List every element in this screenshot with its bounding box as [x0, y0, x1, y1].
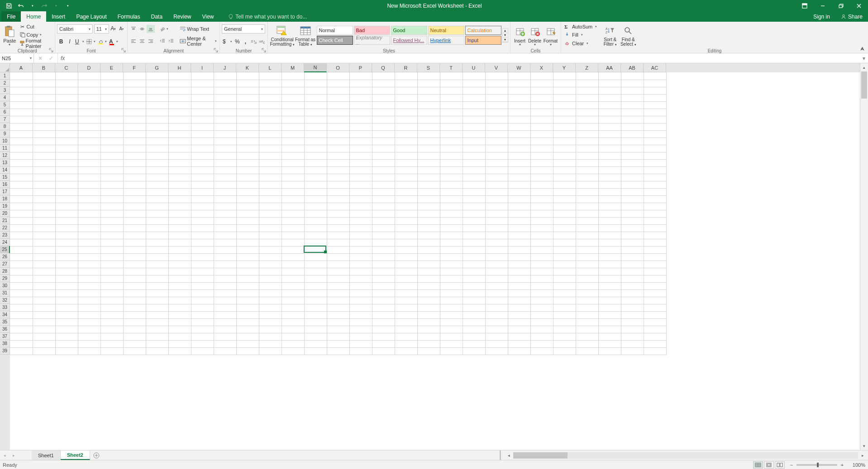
vertical-scroll-thumb[interactable]: [861, 71, 867, 99]
right-align-button[interactable]: [147, 37, 155, 45]
cell[interactable]: [259, 253, 281, 261]
cell[interactable]: [485, 87, 508, 94]
cell[interactable]: [304, 239, 327, 246]
row-header-19[interactable]: 19: [0, 203, 10, 210]
cell[interactable]: [191, 203, 214, 210]
cell[interactable]: [327, 137, 349, 145]
cell[interactable]: [55, 261, 78, 268]
cell[interactable]: [146, 347, 168, 355]
column-header-N[interactable]: N: [304, 63, 327, 72]
cell[interactable]: [214, 253, 236, 261]
cell[interactable]: [395, 333, 417, 340]
cell[interactable]: [55, 137, 78, 145]
cell[interactable]: [598, 72, 621, 80]
cell[interactable]: [485, 109, 508, 116]
style-hyperlink[interactable]: Hyperlink: [428, 36, 464, 45]
cell[interactable]: [327, 123, 349, 130]
cell[interactable]: [191, 289, 214, 297]
cell[interactable]: [33, 347, 55, 355]
cell[interactable]: [168, 232, 191, 239]
cell[interactable]: [417, 333, 440, 340]
cell[interactable]: [281, 203, 304, 210]
cell[interactable]: [191, 210, 214, 217]
cell[interactable]: [621, 311, 644, 318]
cell[interactable]: [372, 72, 395, 80]
cell[interactable]: [598, 137, 621, 145]
cell[interactable]: [168, 289, 191, 297]
cell[interactable]: [55, 130, 78, 137]
cell[interactable]: [417, 152, 440, 159]
cell[interactable]: [10, 232, 33, 239]
select-all-button[interactable]: [0, 63, 10, 72]
cell[interactable]: [55, 318, 78, 326]
cell[interactable]: [349, 224, 372, 232]
cell[interactable]: [123, 340, 146, 347]
cell[interactable]: [508, 275, 530, 282]
cell[interactable]: [78, 340, 100, 347]
cut-button[interactable]: ✂Cut: [19, 23, 53, 31]
cell[interactable]: [281, 268, 304, 275]
cell[interactable]: [485, 166, 508, 174]
cell[interactable]: [327, 130, 349, 137]
cell[interactable]: [55, 311, 78, 318]
row-header-14[interactable]: 14: [0, 166, 10, 174]
row-header-12[interactable]: 12: [0, 152, 10, 159]
cell[interactable]: [576, 210, 598, 217]
expand-formula-bar-button[interactable]: ▾: [860, 53, 868, 63]
cell[interactable]: [553, 326, 576, 333]
cell[interactable]: [123, 224, 146, 232]
cell[interactable]: [440, 181, 463, 188]
cell[interactable]: [259, 72, 281, 80]
cell[interactable]: [598, 181, 621, 188]
cell[interactable]: [349, 340, 372, 347]
row-header-23[interactable]: 23: [0, 232, 10, 239]
cell[interactable]: [146, 94, 168, 101]
gallery-scroll-up[interactable]: ▴: [503, 28, 508, 33]
cell[interactable]: [78, 80, 100, 87]
cell[interactable]: [259, 109, 281, 116]
column-header-K[interactable]: K: [236, 63, 259, 72]
close-button[interactable]: [850, 0, 868, 11]
cell[interactable]: [33, 224, 55, 232]
horizontal-scrollbar[interactable]: ◂ ▸: [503, 450, 868, 460]
cell[interactable]: [100, 123, 123, 130]
cell[interactable]: [55, 80, 78, 87]
cell[interactable]: [304, 166, 327, 174]
cell[interactable]: [644, 137, 666, 145]
cell[interactable]: [281, 166, 304, 174]
cell[interactable]: [214, 340, 236, 347]
cell[interactable]: [598, 195, 621, 203]
minimize-button[interactable]: [814, 0, 832, 11]
cell[interactable]: [372, 123, 395, 130]
cell[interactable]: [485, 318, 508, 326]
cell[interactable]: [621, 224, 644, 232]
cell[interactable]: [463, 166, 485, 174]
cell[interactable]: [508, 246, 530, 253]
cell[interactable]: [304, 203, 327, 210]
cell[interactable]: [33, 195, 55, 203]
cell[interactable]: [191, 145, 214, 152]
cell[interactable]: [644, 174, 666, 181]
cell[interactable]: [327, 72, 349, 80]
tab-home[interactable]: Home: [21, 11, 46, 22]
cell[interactable]: [440, 304, 463, 311]
column-header-Y[interactable]: Y: [553, 63, 576, 72]
cell[interactable]: [417, 195, 440, 203]
cell[interactable]: [349, 188, 372, 195]
cell[interactable]: [281, 188, 304, 195]
cell[interactable]: [236, 253, 259, 261]
cell[interactable]: [281, 109, 304, 116]
cell[interactable]: [598, 116, 621, 123]
cell[interactable]: [191, 166, 214, 174]
cell[interactable]: [553, 275, 576, 282]
cell[interactable]: [168, 80, 191, 87]
top-align-button[interactable]: [129, 25, 138, 33]
cell[interactable]: [395, 347, 417, 355]
cell[interactable]: [10, 152, 33, 159]
cell[interactable]: [168, 94, 191, 101]
cell[interactable]: [508, 195, 530, 203]
cell[interactable]: [508, 347, 530, 355]
format-painter-button[interactable]: Format Painter: [19, 39, 53, 47]
cell[interactable]: [440, 261, 463, 268]
cell[interactable]: [281, 297, 304, 304]
